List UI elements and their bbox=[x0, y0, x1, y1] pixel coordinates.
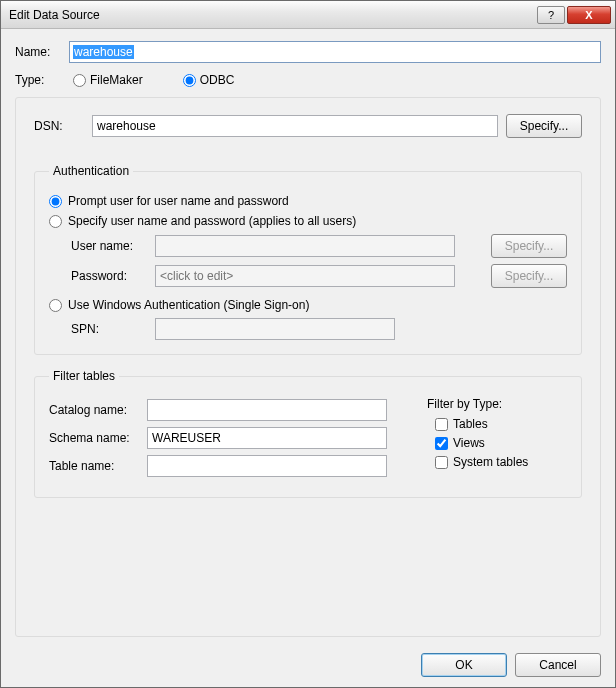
auth-specify-radio[interactable] bbox=[49, 215, 62, 228]
auth-prompt-radio[interactable] bbox=[49, 195, 62, 208]
type-odbc-radio[interactable]: ODBC bbox=[183, 73, 235, 87]
help-button[interactable]: ? bbox=[537, 6, 565, 24]
dialog-body: Name: warehouse Type: FileMaker ODBC DSN… bbox=[1, 29, 615, 643]
filter-area: Catalog name: Schema name: Table name: bbox=[49, 393, 567, 483]
table-input[interactable] bbox=[147, 455, 387, 477]
schema-row: Schema name: bbox=[49, 427, 397, 449]
auth-windows-label: Use Windows Authentication (Single Sign-… bbox=[68, 298, 309, 312]
views-checkbox-label: Views bbox=[453, 436, 485, 450]
auth-windows-radio[interactable] bbox=[49, 299, 62, 312]
dsn-specify-button[interactable]: Specify... bbox=[506, 114, 582, 138]
filter-legend: Filter tables bbox=[49, 369, 119, 383]
username-input bbox=[155, 235, 455, 257]
type-radios: FileMaker ODBC bbox=[69, 73, 234, 87]
username-row: User name: Specify... bbox=[71, 234, 567, 258]
password-input bbox=[155, 265, 455, 287]
dsn-label: DSN: bbox=[34, 119, 84, 133]
titlebar-buttons: ? X bbox=[537, 6, 611, 24]
schema-label: Schema name: bbox=[49, 431, 141, 445]
password-specify-button: Specify... bbox=[491, 264, 567, 288]
name-input-value: warehouse bbox=[73, 45, 134, 59]
auth-specify-option[interactable]: Specify user name and password (applies … bbox=[49, 214, 567, 228]
catalog-input[interactable] bbox=[147, 399, 387, 421]
name-row: Name: warehouse bbox=[15, 41, 601, 63]
username-label: User name: bbox=[71, 239, 149, 253]
titlebar: Edit Data Source ? X bbox=[1, 1, 615, 29]
table-row: Table name: bbox=[49, 455, 397, 477]
filter-by-type-label: Filter by Type: bbox=[427, 397, 567, 411]
ok-button[interactable]: OK bbox=[421, 653, 507, 677]
tables-checkbox-label: Tables bbox=[453, 417, 488, 431]
dsn-row: DSN: Specify... bbox=[34, 114, 582, 138]
filter-fieldset: Filter tables Catalog name: Schema name:… bbox=[34, 369, 582, 498]
system-checkbox[interactable] bbox=[435, 456, 448, 469]
catalog-row: Catalog name: bbox=[49, 399, 397, 421]
spn-label: SPN: bbox=[71, 322, 149, 336]
dialog-window: Edit Data Source ? X Name: warehouse Typ… bbox=[0, 0, 616, 688]
type-filemaker-label: FileMaker bbox=[90, 73, 143, 87]
password-row: Password: Specify... bbox=[71, 264, 567, 288]
auth-prompt-label: Prompt user for user name and password bbox=[68, 194, 289, 208]
tables-checkbox-row[interactable]: Tables bbox=[435, 417, 567, 431]
auth-prompt-option[interactable]: Prompt user for user name and password bbox=[49, 194, 567, 208]
config-panel: DSN: Specify... Authentication Prompt us… bbox=[15, 97, 601, 637]
type-odbc-label: ODBC bbox=[200, 73, 235, 87]
auth-windows-option[interactable]: Use Windows Authentication (Single Sign-… bbox=[49, 298, 567, 312]
name-input[interactable]: warehouse bbox=[69, 41, 601, 63]
close-button[interactable]: X bbox=[567, 6, 611, 24]
auth-legend: Authentication bbox=[49, 164, 133, 178]
dialog-footer: OK Cancel bbox=[1, 643, 615, 687]
cancel-button[interactable]: Cancel bbox=[515, 653, 601, 677]
views-checkbox-row[interactable]: Views bbox=[435, 436, 567, 450]
catalog-label: Catalog name: bbox=[49, 403, 141, 417]
filter-right: Filter by Type: Tables Views System tabl… bbox=[427, 393, 567, 483]
type-filemaker-input[interactable] bbox=[73, 74, 86, 87]
auth-fieldset: Authentication Prompt user for user name… bbox=[34, 164, 582, 355]
dsn-input[interactable] bbox=[92, 115, 498, 137]
spn-input bbox=[155, 318, 395, 340]
type-filemaker-radio[interactable]: FileMaker bbox=[73, 73, 143, 87]
type-odbc-input[interactable] bbox=[183, 74, 196, 87]
password-label: Password: bbox=[71, 269, 149, 283]
schema-input[interactable] bbox=[147, 427, 387, 449]
username-specify-button: Specify... bbox=[491, 234, 567, 258]
filter-left: Catalog name: Schema name: Table name: bbox=[49, 393, 397, 483]
type-row: Type: FileMaker ODBC bbox=[15, 73, 601, 87]
type-label: Type: bbox=[15, 73, 61, 87]
window-title: Edit Data Source bbox=[9, 8, 537, 22]
system-checkbox-row[interactable]: System tables bbox=[435, 455, 567, 469]
spn-row: SPN: bbox=[71, 318, 567, 340]
auth-specify-label: Specify user name and password (applies … bbox=[68, 214, 356, 228]
views-checkbox[interactable] bbox=[435, 437, 448, 450]
system-checkbox-label: System tables bbox=[453, 455, 528, 469]
table-label: Table name: bbox=[49, 459, 141, 473]
name-label: Name: bbox=[15, 45, 61, 59]
tables-checkbox[interactable] bbox=[435, 418, 448, 431]
